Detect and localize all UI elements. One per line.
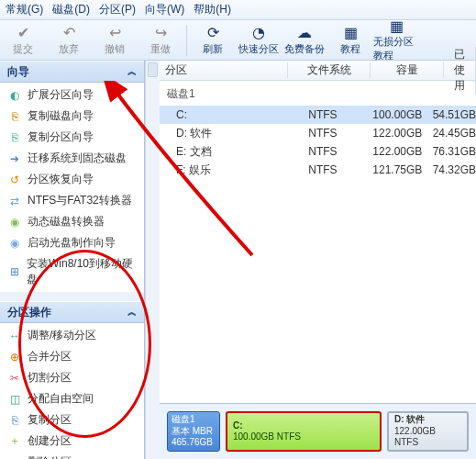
wizard-panel-title: 向导 [7,64,29,80]
tool-label: 快速分区 [238,42,279,56]
partition-block-label: C: [233,420,374,432]
tool-label: 放弃 [59,42,79,56]
partition-block-c[interactable]: C: 100.00GB NTFS [226,411,382,452]
tool-快速分区[interactable]: ◔快速分区 [236,22,282,59]
tool-label: 重做 [150,42,171,56]
tool-教程[interactable]: ▦教程 [327,22,373,59]
partition-block-info: 122.00GB NTFS [394,426,461,449]
tool-icon: ✔ [15,25,31,41]
cell-used: 74.32GB [433,163,476,176]
operation-icon: ↔ [7,329,22,343]
operation-icon: ◫ [7,392,22,407]
wizard-item[interactable]: ⎘复制磁盘向导 [0,106,144,127]
wizard-item[interactable]: ⎘复制分区向导 [0,127,144,148]
menu-general[interactable]: 常规(G) [6,2,43,17]
operation-icon: － [7,455,22,460]
wizard-icon: ↺ [7,173,22,187]
cell-fs: NTFS [283,108,362,121]
wizard-item[interactable]: ➜迁移系统到固态磁盘 [0,148,144,169]
wizard-label: 安装Win8/10到移动硬盘 [27,256,137,287]
tool-icon: ☁ [296,25,313,41]
cell-fs: NTFS [283,163,362,176]
tool-提交[interactable]: ✔提交 [0,22,46,59]
operation-item[interactable]: ✂切割分区 [0,367,144,388]
operation-item[interactable]: ⎘复制分区 [0,409,144,431]
operation-item[interactable]: －删除分区 [0,452,144,459]
partition-row[interactable]: D: 软件NTFS122.00GB24.45GB [160,124,476,142]
tool-撤销[interactable]: ↩撤销 [92,22,138,59]
wizard-label: 动态磁盘转换器 [28,214,105,230]
tool-icon: ▦ [388,17,404,34]
menu-bar: 常规(G) 磁盘(D) 分区(P) 向导(W) 帮助(H) [0,0,476,20]
wizard-item[interactable]: ⇄NTFS与FAT32转换器 [0,190,144,211]
tool-放弃[interactable]: ↶放弃 [46,22,92,59]
wizard-label: NTFS与FAT32转换器 [28,193,132,208]
partition-block-d[interactable]: D: 软件 122.00GB NTFS [387,411,469,452]
wizard-item[interactable]: ↺分区恢复向导 [0,169,144,190]
menu-wizard[interactable]: 向导(W) [145,2,184,17]
wizard-panel-body: ◐扩展分区向导⎘复制磁盘向导⎘复制分区向导➜迁移系统到固态磁盘↺分区恢复向导⇄N… [0,83,144,292]
wizard-icon: ⎘ [7,130,22,145]
cell-capacity: 121.75GB [362,163,433,176]
operation-item[interactable]: ↔调整/移动分区 [0,325,144,346]
wizard-icon: ➜ [7,151,22,166]
tool-icon: ◔ [250,25,267,41]
tool-刷新[interactable]: ⟳刷新 [190,22,236,59]
partition-block-label: D: 软件 [394,414,461,426]
wizard-icon: ⊞ [7,264,21,279]
operation-icon: ✂ [7,371,22,386]
col-partition[interactable]: 分区 [160,62,288,78]
chevron-up-icon: ︽ [127,65,137,78]
cell-partition: F: 娱乐 [176,162,283,178]
col-filesystem[interactable]: 文件系统 [288,62,371,78]
cell-used: 24.45GB [433,127,476,140]
partition-list-header: 分区 文件系统 容量 已使用 [160,61,476,81]
operation-item[interactable]: ◫分配自由空间 [0,388,144,409]
operation-icon: ⊕ [7,350,22,364]
wizard-item[interactable]: ⊞安装Win8/10到移动硬盘 [0,253,144,290]
operation-item[interactable]: ⊕合并分区 [0,346,144,367]
tool-无损分区教程[interactable]: ▦无损分区教程 [373,22,419,59]
wizard-item[interactable]: ◐扩展分区向导 [0,84,144,106]
tool-label: 无损分区教程 [373,35,419,62]
cell-used: 76.31GB [433,145,476,158]
wizard-item[interactable]: ◉动态磁盘转换器 [0,211,144,232]
operation-icon: ⎘ [7,413,22,428]
cell-partition: E: 文档 [176,144,283,160]
operation-label: 调整/移动分区 [28,328,96,343]
toolbar: ✔提交↶放弃↩撤销↪重做⟳刷新◔快速分区☁免费备份▦教程▦无损分区教程 [0,20,476,61]
wizard-icon: ◉ [7,215,22,230]
tool-免费备份[interactable]: ☁免费备份 [282,22,327,59]
wizard-label: 扩展分区向导 [28,87,94,103]
wizard-item[interactable]: ◉启动光盘制作向导 [0,232,144,253]
disk-block-type: 基本 MBR [172,426,216,438]
tool-icon: ↩ [106,25,123,41]
tool-icon: ⟳ [205,25,221,41]
wizard-icon: ◐ [7,88,22,103]
partition-rows: C:NTFS100.00GB54.51GBD: 软件NTFS122.00GB24… [160,106,476,179]
tool-label: 教程 [340,42,360,56]
operation-label: 合并分区 [28,349,72,364]
wizard-icon: ⎘ [7,109,22,124]
wizard-panel-header[interactable]: 向导 ︽ [0,61,144,83]
menu-help[interactable]: 帮助(H) [194,2,231,17]
col-capacity[interactable]: 容量 [371,62,444,78]
partition-row[interactable]: F: 娱乐NTFS121.75GB74.32GB [160,161,476,179]
cell-capacity: 122.00GB [362,127,433,140]
cell-capacity: 122.00GB [362,145,433,158]
tool-label: 提交 [13,42,33,56]
disk-block[interactable]: 磁盘1 基本 MBR 465.76GB [167,411,220,452]
sidebar: 向导 ︽ ◐扩展分区向导⎘复制磁盘向导⎘复制分区向导➜迁移系统到固态磁盘↺分区恢… [0,61,145,459]
menu-partition[interactable]: 分区(P) [99,2,136,17]
tool-重做[interactable]: ↪重做 [138,22,183,59]
cell-fs: NTFS [283,145,362,158]
menu-disk[interactable]: 磁盘(D) [52,2,90,17]
partition-block-info: 100.00GB NTFS [233,431,374,443]
tool-icon: ↪ [152,25,169,41]
partition-row[interactable]: C:NTFS100.00GB54.51GB [160,106,476,124]
operation-item[interactable]: ＋创建分区 [0,431,144,452]
sidebar-scrollbar[interactable] [145,61,160,459]
partition-row[interactable]: E: 文档NTFS122.00GB76.31GB [160,142,476,161]
disk-title: 磁盘1 [160,81,476,106]
operations-panel-header[interactable]: 分区操作 ︽ [0,301,144,323]
